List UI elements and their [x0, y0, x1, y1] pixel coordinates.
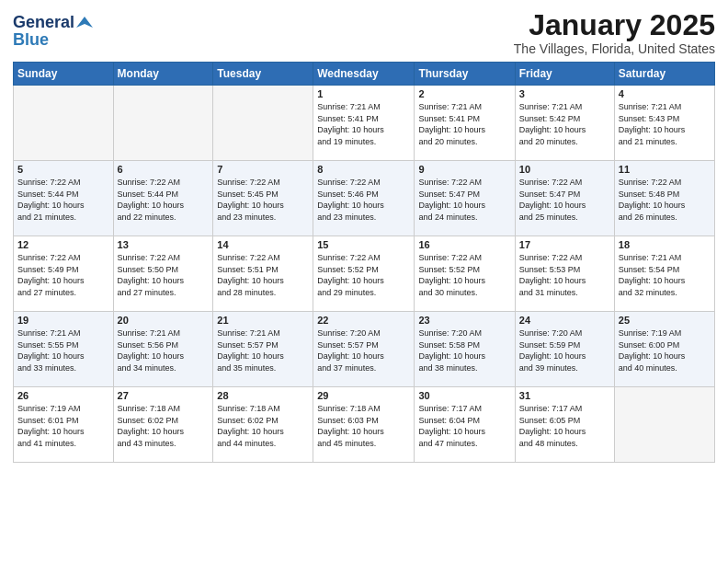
day-number: 8	[317, 164, 410, 175]
day-number: 11	[619, 164, 711, 175]
day-info: Sunrise: 7:21 AM Sunset: 5:43 PM Dayligh…	[619, 101, 711, 147]
table-row	[113, 86, 213, 161]
table-row: 11Sunrise: 7:22 AM Sunset: 5:48 PM Dayli…	[614, 161, 714, 236]
day-info: Sunrise: 7:21 AM Sunset: 5:54 PM Dayligh…	[619, 252, 711, 298]
day-info: Sunrise: 7:22 AM Sunset: 5:48 PM Dayligh…	[619, 177, 711, 223]
col-friday: Friday	[515, 63, 614, 86]
day-info: Sunrise: 7:21 AM Sunset: 5:57 PM Dayligh…	[217, 327, 309, 373]
day-info: Sunrise: 7:22 AM Sunset: 5:49 PM Dayligh…	[17, 252, 109, 298]
day-number: 17	[519, 239, 610, 250]
day-number: 1	[317, 88, 410, 99]
table-row	[213, 86, 313, 161]
col-sunday: Sunday	[14, 63, 114, 86]
header: General Blue January 2025 The Villages, …	[13, 9, 715, 56]
day-info: Sunrise: 7:19 AM Sunset: 6:01 PM Dayligh…	[17, 403, 109, 449]
day-info: Sunrise: 7:22 AM Sunset: 5:46 PM Dayligh…	[317, 177, 410, 223]
day-number: 7	[217, 164, 309, 175]
table-row: 14Sunrise: 7:22 AM Sunset: 5:51 PM Dayli…	[213, 236, 313, 312]
day-info: Sunrise: 7:22 AM Sunset: 5:47 PM Dayligh…	[519, 177, 610, 223]
day-number: 21	[217, 315, 309, 326]
table-row: 27Sunrise: 7:18 AM Sunset: 6:02 PM Dayli…	[113, 387, 213, 463]
day-info: Sunrise: 7:18 AM Sunset: 6:02 PM Dayligh…	[217, 403, 309, 449]
day-info: Sunrise: 7:18 AM Sunset: 6:03 PM Dayligh…	[317, 403, 410, 449]
table-row: 25Sunrise: 7:19 AM Sunset: 6:00 PM Dayli…	[614, 312, 714, 387]
col-thursday: Thursday	[415, 63, 515, 86]
day-number: 23	[418, 315, 510, 326]
table-row: 13Sunrise: 7:22 AM Sunset: 5:50 PM Dayli…	[113, 236, 213, 312]
table-row: 18Sunrise: 7:21 AM Sunset: 5:54 PM Dayli…	[614, 236, 714, 312]
day-info: Sunrise: 7:22 AM Sunset: 5:53 PM Dayligh…	[519, 252, 610, 298]
table-row: 1Sunrise: 7:21 AM Sunset: 5:41 PM Daylig…	[313, 86, 415, 161]
day-info: Sunrise: 7:20 AM Sunset: 5:59 PM Dayligh…	[519, 327, 610, 373]
day-number: 12	[17, 239, 109, 250]
month-title: January 2025	[514, 9, 715, 41]
day-number: 10	[519, 164, 610, 175]
col-saturday: Saturday	[614, 63, 714, 86]
calendar-header-row: Sunday Monday Tuesday Wednesday Thursday…	[14, 63, 715, 86]
logo: General Blue	[13, 13, 93, 50]
day-number: 6	[118, 164, 210, 175]
day-number: 22	[317, 315, 410, 326]
table-row: 26Sunrise: 7:19 AM Sunset: 6:01 PM Dayli…	[14, 387, 114, 463]
logo-blue: Blue	[13, 30, 49, 50]
table-row: 15Sunrise: 7:22 AM Sunset: 5:52 PM Dayli…	[313, 236, 415, 312]
col-monday: Monday	[113, 63, 213, 86]
table-row: 16Sunrise: 7:22 AM Sunset: 5:52 PM Dayli…	[415, 236, 515, 312]
day-info: Sunrise: 7:21 AM Sunset: 5:56 PM Dayligh…	[118, 327, 210, 373]
day-number: 3	[519, 88, 610, 99]
day-number: 26	[17, 390, 109, 401]
day-info: Sunrise: 7:22 AM Sunset: 5:45 PM Dayligh…	[217, 177, 309, 223]
col-tuesday: Tuesday	[213, 63, 313, 86]
day-info: Sunrise: 7:22 AM Sunset: 5:52 PM Dayligh…	[418, 252, 510, 298]
day-info: Sunrise: 7:19 AM Sunset: 6:00 PM Dayligh…	[619, 327, 711, 373]
day-number: 15	[317, 239, 410, 250]
svg-marker-0	[76, 17, 93, 28]
table-row: 12Sunrise: 7:22 AM Sunset: 5:49 PM Dayli…	[14, 236, 114, 312]
table-row: 29Sunrise: 7:18 AM Sunset: 6:03 PM Dayli…	[313, 387, 415, 463]
day-info: Sunrise: 7:22 AM Sunset: 5:44 PM Dayligh…	[17, 177, 109, 223]
table-row: 28Sunrise: 7:18 AM Sunset: 6:02 PM Dayli…	[213, 387, 313, 463]
table-row: 21Sunrise: 7:21 AM Sunset: 5:57 PM Dayli…	[213, 312, 313, 387]
day-info: Sunrise: 7:21 AM Sunset: 5:55 PM Dayligh…	[17, 327, 109, 373]
day-number: 16	[418, 239, 510, 250]
table-row: 10Sunrise: 7:22 AM Sunset: 5:47 PM Dayli…	[515, 161, 614, 236]
day-info: Sunrise: 7:22 AM Sunset: 5:52 PM Dayligh…	[317, 252, 410, 298]
calendar-table: Sunday Monday Tuesday Wednesday Thursday…	[13, 62, 715, 463]
table-row: 9Sunrise: 7:22 AM Sunset: 5:47 PM Daylig…	[415, 161, 515, 236]
day-info: Sunrise: 7:22 AM Sunset: 5:51 PM Dayligh…	[217, 252, 309, 298]
location: The Villages, Florida, United States	[514, 41, 715, 56]
day-number: 20	[118, 315, 210, 326]
table-row: 30Sunrise: 7:17 AM Sunset: 6:04 PM Dayli…	[415, 387, 515, 463]
day-info: Sunrise: 7:22 AM Sunset: 5:44 PM Dayligh…	[118, 177, 210, 223]
page-container: General Blue January 2025 The Villages, …	[0, 0, 728, 563]
title-section: January 2025 The Villages, Florida, Unit…	[514, 9, 715, 56]
col-wednesday: Wednesday	[313, 63, 415, 86]
table-row	[14, 86, 114, 161]
table-row: 5Sunrise: 7:22 AM Sunset: 5:44 PM Daylig…	[14, 161, 114, 236]
day-info: Sunrise: 7:17 AM Sunset: 6:04 PM Dayligh…	[418, 403, 510, 449]
day-number: 5	[17, 164, 109, 175]
day-number: 25	[619, 315, 711, 326]
table-row: 2Sunrise: 7:21 AM Sunset: 5:41 PM Daylig…	[415, 86, 515, 161]
day-number: 9	[418, 164, 510, 175]
day-info: Sunrise: 7:20 AM Sunset: 5:58 PM Dayligh…	[418, 327, 510, 373]
table-row: 24Sunrise: 7:20 AM Sunset: 5:59 PM Dayli…	[515, 312, 614, 387]
table-row: 8Sunrise: 7:22 AM Sunset: 5:46 PM Daylig…	[313, 161, 415, 236]
day-number: 24	[519, 315, 610, 326]
table-row: 6Sunrise: 7:22 AM Sunset: 5:44 PM Daylig…	[113, 161, 213, 236]
day-info: Sunrise: 7:21 AM Sunset: 5:41 PM Dayligh…	[418, 101, 510, 147]
day-info: Sunrise: 7:20 AM Sunset: 5:57 PM Dayligh…	[317, 327, 410, 373]
table-row	[614, 387, 714, 463]
day-info: Sunrise: 7:21 AM Sunset: 5:42 PM Dayligh…	[519, 101, 610, 147]
day-number: 2	[418, 88, 510, 99]
day-number: 27	[118, 390, 210, 401]
day-number: 13	[118, 239, 210, 250]
day-info: Sunrise: 7:17 AM Sunset: 6:05 PM Dayligh…	[519, 403, 610, 449]
table-row: 4Sunrise: 7:21 AM Sunset: 5:43 PM Daylig…	[614, 86, 714, 161]
day-number: 29	[317, 390, 410, 401]
table-row: 22Sunrise: 7:20 AM Sunset: 5:57 PM Dayli…	[313, 312, 415, 387]
day-info: Sunrise: 7:22 AM Sunset: 5:50 PM Dayligh…	[118, 252, 210, 298]
day-number: 18	[619, 239, 711, 250]
logo-general: General	[13, 13, 74, 32]
day-info: Sunrise: 7:18 AM Sunset: 6:02 PM Dayligh…	[118, 403, 210, 449]
